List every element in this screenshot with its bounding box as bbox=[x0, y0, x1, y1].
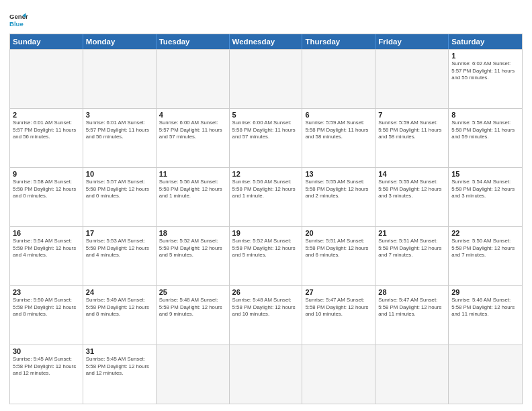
day-cell-12: 12Sunrise: 5:56 AM Sunset: 5:58 PM Dayli… bbox=[230, 168, 303, 226]
cell-info: Sunrise: 5:57 AM Sunset: 5:58 PM Dayligh… bbox=[86, 179, 153, 200]
day-cell-6: 6Sunrise: 5:59 AM Sunset: 5:58 PM Daylig… bbox=[302, 109, 375, 167]
weekday-header-friday: Friday bbox=[375, 34, 449, 49]
cell-info: Sunrise: 5:51 AM Sunset: 5:58 PM Dayligh… bbox=[378, 238, 445, 259]
empty-cell bbox=[83, 50, 157, 108]
day-number: 6 bbox=[305, 111, 372, 119]
day-cell-18: 18Sunrise: 5:52 AM Sunset: 5:58 PM Dayli… bbox=[157, 227, 230, 285]
day-number: 21 bbox=[378, 229, 445, 237]
cell-info: Sunrise: 5:53 AM Sunset: 5:58 PM Dayligh… bbox=[86, 238, 153, 259]
empty-cell bbox=[449, 345, 522, 404]
day-cell-1: 1Sunrise: 6:02 AM Sunset: 5:57 PM Daylig… bbox=[449, 50, 522, 108]
weekday-header-monday: Monday bbox=[83, 34, 157, 49]
empty-cell bbox=[157, 50, 230, 108]
calendar-week-2: 9Sunrise: 5:58 AM Sunset: 5:58 PM Daylig… bbox=[10, 167, 522, 226]
day-cell-24: 24Sunrise: 5:49 AM Sunset: 5:58 PM Dayli… bbox=[83, 286, 157, 345]
day-cell-15: 15Sunrise: 5:54 AM Sunset: 5:58 PM Dayli… bbox=[449, 168, 522, 226]
day-number: 30 bbox=[13, 347, 80, 355]
day-number: 17 bbox=[86, 229, 153, 237]
calendar-week-4: 23Sunrise: 5:50 AM Sunset: 5:58 PM Dayli… bbox=[10, 285, 522, 345]
day-cell-7: 7Sunrise: 5:59 AM Sunset: 5:58 PM Daylig… bbox=[375, 109, 449, 167]
cell-info: Sunrise: 6:01 AM Sunset: 5:57 PM Dayligh… bbox=[13, 120, 80, 141]
day-cell-11: 11Sunrise: 5:56 AM Sunset: 5:58 PM Dayli… bbox=[157, 168, 230, 226]
cell-info: Sunrise: 5:52 AM Sunset: 5:58 PM Dayligh… bbox=[159, 238, 226, 259]
day-number: 4 bbox=[159, 111, 226, 119]
calendar-week-0: 1Sunrise: 6:02 AM Sunset: 5:57 PM Daylig… bbox=[10, 49, 522, 108]
calendar-body: 1Sunrise: 6:02 AM Sunset: 5:57 PM Daylig… bbox=[10, 49, 522, 404]
cell-info: Sunrise: 5:55 AM Sunset: 5:58 PM Dayligh… bbox=[305, 179, 372, 200]
calendar-header: SundayMondayTuesdayWednesdayThursdayFrid… bbox=[10, 34, 522, 49]
weekday-header-saturday: Saturday bbox=[449, 34, 522, 49]
day-number: 23 bbox=[13, 288, 80, 296]
day-cell-2: 2Sunrise: 6:01 AM Sunset: 5:57 PM Daylig… bbox=[10, 109, 83, 167]
day-number: 18 bbox=[159, 229, 226, 237]
cell-info: Sunrise: 6:02 AM Sunset: 5:57 PM Dayligh… bbox=[451, 60, 519, 82]
empty-cell bbox=[302, 345, 375, 404]
cell-info: Sunrise: 5:56 AM Sunset: 5:58 PM Dayligh… bbox=[159, 179, 226, 200]
day-cell-20: 20Sunrise: 5:51 AM Sunset: 5:58 PM Dayli… bbox=[302, 227, 375, 285]
day-cell-22: 22Sunrise: 5:50 AM Sunset: 5:58 PM Dayli… bbox=[449, 227, 522, 285]
day-number: 27 bbox=[305, 288, 372, 296]
weekday-header-tuesday: Tuesday bbox=[157, 34, 230, 49]
day-cell-19: 19Sunrise: 5:52 AM Sunset: 5:58 PM Dayli… bbox=[230, 227, 303, 285]
cell-info: Sunrise: 5:47 AM Sunset: 5:58 PM Dayligh… bbox=[305, 297, 372, 318]
day-cell-4: 4Sunrise: 6:00 AM Sunset: 5:57 PM Daylig… bbox=[157, 109, 230, 167]
cell-info: Sunrise: 5:47 AM Sunset: 5:58 PM Dayligh… bbox=[378, 297, 445, 318]
calendar-week-5: 30Sunrise: 5:45 AM Sunset: 5:58 PM Dayli… bbox=[10, 345, 522, 404]
day-cell-16: 16Sunrise: 5:54 AM Sunset: 5:58 PM Dayli… bbox=[10, 227, 83, 285]
empty-cell bbox=[375, 345, 449, 404]
day-cell-9: 9Sunrise: 5:58 AM Sunset: 5:58 PM Daylig… bbox=[10, 168, 83, 226]
cell-info: Sunrise: 5:59 AM Sunset: 5:58 PM Dayligh… bbox=[378, 120, 445, 141]
day-number: 25 bbox=[159, 288, 226, 296]
day-cell-27: 27Sunrise: 5:47 AM Sunset: 5:58 PM Dayli… bbox=[302, 286, 375, 345]
day-number: 12 bbox=[232, 170, 300, 178]
day-number: 31 bbox=[86, 347, 153, 355]
day-cell-10: 10Sunrise: 5:57 AM Sunset: 5:58 PM Dayli… bbox=[83, 168, 157, 226]
day-cell-3: 3Sunrise: 6:01 AM Sunset: 5:57 PM Daylig… bbox=[83, 109, 157, 167]
cell-info: Sunrise: 5:55 AM Sunset: 5:58 PM Dayligh… bbox=[378, 179, 445, 200]
cell-info: Sunrise: 5:59 AM Sunset: 5:58 PM Dayligh… bbox=[305, 120, 372, 141]
day-number: 1 bbox=[451, 52, 519, 60]
day-number: 29 bbox=[451, 288, 519, 296]
empty-cell bbox=[230, 50, 303, 108]
day-cell-29: 29Sunrise: 5:46 AM Sunset: 5:58 PM Dayli… bbox=[449, 286, 522, 345]
cell-info: Sunrise: 6:00 AM Sunset: 5:57 PM Dayligh… bbox=[159, 120, 226, 141]
calendar-week-1: 2Sunrise: 6:01 AM Sunset: 5:57 PM Daylig… bbox=[10, 108, 522, 167]
day-number: 10 bbox=[86, 170, 153, 178]
cell-info: Sunrise: 5:58 AM Sunset: 5:58 PM Dayligh… bbox=[13, 179, 80, 200]
cell-info: Sunrise: 6:01 AM Sunset: 5:57 PM Dayligh… bbox=[86, 120, 153, 141]
day-number: 3 bbox=[86, 111, 153, 119]
cell-info: Sunrise: 5:56 AM Sunset: 5:58 PM Dayligh… bbox=[232, 179, 300, 200]
day-cell-5: 5Sunrise: 6:00 AM Sunset: 5:58 PM Daylig… bbox=[230, 109, 303, 167]
svg-text:Blue: Blue bbox=[9, 20, 24, 28]
day-number: 7 bbox=[378, 111, 445, 119]
day-number: 2 bbox=[13, 111, 80, 119]
cell-info: Sunrise: 5:50 AM Sunset: 5:58 PM Dayligh… bbox=[451, 238, 519, 259]
empty-cell bbox=[230, 345, 303, 404]
day-number: 16 bbox=[13, 229, 80, 237]
day-number: 14 bbox=[378, 170, 445, 178]
cell-info: Sunrise: 5:54 AM Sunset: 5:58 PM Dayligh… bbox=[13, 238, 80, 259]
day-cell-30: 30Sunrise: 5:45 AM Sunset: 5:58 PM Dayli… bbox=[10, 345, 83, 404]
day-number: 24 bbox=[86, 288, 153, 296]
cell-info: Sunrise: 5:58 AM Sunset: 5:58 PM Dayligh… bbox=[451, 120, 519, 141]
empty-cell bbox=[10, 50, 83, 108]
day-number: 19 bbox=[232, 229, 300, 237]
day-number: 8 bbox=[451, 111, 519, 119]
day-cell-28: 28Sunrise: 5:47 AM Sunset: 5:58 PM Dayli… bbox=[375, 286, 449, 345]
day-number: 5 bbox=[232, 111, 300, 119]
day-cell-17: 17Sunrise: 5:53 AM Sunset: 5:58 PM Dayli… bbox=[83, 227, 157, 285]
weekday-header-thursday: Thursday bbox=[302, 34, 375, 49]
cell-info: Sunrise: 5:48 AM Sunset: 5:58 PM Dayligh… bbox=[159, 297, 226, 318]
cell-info: Sunrise: 6:00 AM Sunset: 5:58 PM Dayligh… bbox=[232, 120, 300, 141]
weekday-header-sunday: Sunday bbox=[10, 34, 83, 49]
empty-cell bbox=[302, 50, 375, 108]
day-cell-21: 21Sunrise: 5:51 AM Sunset: 5:58 PM Dayli… bbox=[375, 227, 449, 285]
cell-info: Sunrise: 5:52 AM Sunset: 5:58 PM Dayligh… bbox=[232, 238, 300, 259]
day-cell-13: 13Sunrise: 5:55 AM Sunset: 5:58 PM Dayli… bbox=[302, 168, 375, 226]
day-number: 13 bbox=[305, 170, 372, 178]
calendar-week-3: 16Sunrise: 5:54 AM Sunset: 5:58 PM Dayli… bbox=[10, 226, 522, 285]
day-number: 20 bbox=[305, 229, 372, 237]
logo: General Blue bbox=[9, 11, 28, 30]
generalblue-logo-icon: General Blue bbox=[9, 11, 28, 30]
day-number: 11 bbox=[159, 170, 226, 178]
